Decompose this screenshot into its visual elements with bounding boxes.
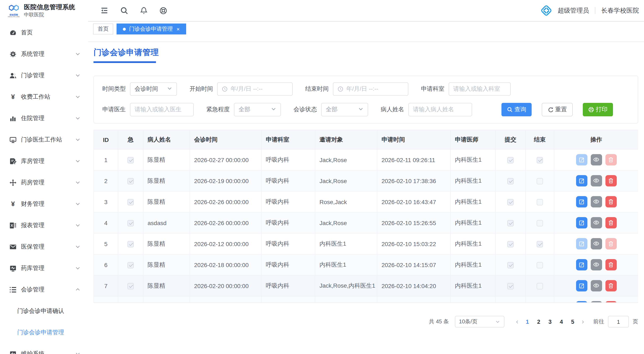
view-button[interactable] [590,238,602,249]
next-page-button[interactable]: › [578,317,588,326]
sidebar-subitem-outpatient-consultation-apply-confirm[interactable]: 门诊会诊申请确认 [0,300,88,322]
ended-checkbox[interactable] [537,262,543,268]
page-number-3[interactable]: 3 [544,318,556,325]
delete-button[interactable] [605,301,616,303]
goto-page-input[interactable]: 1 [608,316,629,327]
ended-checkbox[interactable] [537,199,543,205]
tab-bar: 首页门诊会诊申请管理× [88,22,644,42]
urgent-checkbox[interactable] [128,220,134,226]
prev-page-button[interactable]: ‹ [512,317,522,326]
urgency-select[interactable]: 全部 [234,103,281,116]
delete-button[interactable] [605,259,616,271]
cell-id: 7 [94,275,118,296]
sidebar-item-medical-insurance-management[interactable]: 医保管理 [0,236,88,257]
tab-home[interactable]: 首页 [93,24,113,35]
search-icon[interactable] [120,6,129,15]
view-button[interactable] [590,175,602,187]
edit-button[interactable] [576,280,587,292]
search-button[interactable]: 查询 [502,103,532,116]
page-number-2[interactable]: 2 [533,318,544,325]
start-time-input[interactable]: 年/月/日 --:-- [217,82,293,96]
edit-button[interactable] [576,217,587,229]
delete-button[interactable] [605,217,616,229]
view-button[interactable] [590,196,602,208]
edit-button[interactable] [576,259,587,271]
submitted-checkbox[interactable] [507,199,514,205]
urgent-checkbox[interactable] [128,262,134,268]
sidebar-item-outpatient-management[interactable]: 门诊管理 [0,65,88,86]
print-button[interactable]: 打印 [583,103,613,116]
view-button[interactable] [590,301,602,303]
delete-button[interactable] [605,154,616,166]
page-number-4[interactable]: 4 [556,318,567,325]
apply-doctor-input[interactable]: 请输入或输入医生 [130,103,194,116]
sidebar-item-drug-storage-management[interactable]: 药库管理 [0,257,88,279]
sidebar-item-pharmacy-management[interactable]: 药房管理 [0,172,88,193]
ended-checkbox[interactable] [537,178,543,184]
consult-status-select[interactable]: 全部 [321,103,368,116]
view-button[interactable] [590,259,602,270]
sidebar-item-report-management[interactable]: X报表管理 [0,215,88,236]
edit-button[interactable] [576,196,587,208]
delete-button[interactable] [605,175,616,187]
bell-icon[interactable] [140,6,148,15]
urgent-checkbox[interactable] [128,241,134,247]
cell-id: 6 [94,254,118,275]
hospital-name[interactable]: 长春学校医院 [601,7,639,15]
sidebar-item-storehouse-management[interactable]: 库房管理 [0,150,88,172]
sidebar-item-finance-management[interactable]: ¥财务管理 [0,193,88,215]
time-type-select[interactable]: 会诊时间 [130,82,177,96]
edit-button[interactable] [576,175,587,187]
view-button[interactable] [590,280,602,291]
sidebar-item-outpatient-doctor-workstation[interactable]: 门诊医生工作站 [0,129,88,150]
submitted-checkbox[interactable] [507,283,514,289]
edit-button[interactable] [576,238,587,250]
sidebar-subitem-outpatient-consultation-apply-manage[interactable]: 门诊会诊申请管理 [0,322,88,343]
sidebar-item-maintenance-system[interactable]: 维护系统 [0,343,88,354]
ended-checkbox[interactable] [537,157,543,163]
apply-dept-input[interactable]: 请输入或输入科室 [448,82,511,96]
total-count: 共 45 条 [429,318,449,325]
chevron-down-icon [75,201,80,207]
submitted-checkbox[interactable] [507,241,514,247]
page-size-value: 10条/页 [459,318,477,325]
user-role[interactable]: 超级管理员 [558,7,589,15]
edit-button[interactable] [576,154,587,166]
urgent-checkbox[interactable] [128,199,134,205]
cell-apply-doctor: 内科医生1 [450,275,495,296]
svg-text:X: X [11,223,13,227]
sidebar-item-charging-workstation[interactable]: ¥收费工作站 [0,86,88,107]
cell-submitted [495,254,526,275]
view-button[interactable] [590,217,602,228]
tab-close-icon[interactable]: × [176,26,180,32]
sidebar-item-consultation-management[interactable]: 会诊管理 [0,279,88,300]
submitted-checkbox[interactable] [507,157,514,163]
reset-button[interactable]: 重置 [542,103,573,116]
end-time-input[interactable]: 年/月/日 --:-- [333,82,408,96]
sidebar-item-home[interactable]: 首页 [0,22,88,43]
patient-name-input[interactable]: 请输入病人姓名 [408,103,472,116]
page-number-5[interactable]: 5 [567,318,578,325]
submitted-checkbox[interactable] [507,262,514,268]
submitted-checkbox[interactable] [507,178,514,184]
urgent-checkbox[interactable] [128,178,134,184]
tab-outpatient-consultation-apply-manage[interactable]: 门诊会诊申请管理× [116,24,186,35]
urgent-checkbox[interactable] [128,283,134,289]
submitted-checkbox[interactable] [507,220,514,226]
page-number-1[interactable]: 1 [522,318,533,325]
ended-checkbox[interactable] [537,241,543,247]
ended-checkbox[interactable] [537,283,543,289]
ended-checkbox[interactable] [537,220,543,226]
urgent-checkbox[interactable] [128,157,134,163]
collapse-sidebar-icon[interactable] [100,6,109,15]
view-button[interactable] [590,154,602,165]
edit-button[interactable] [576,301,587,303]
delete-button[interactable] [605,238,616,250]
sidebar-item-system-management[interactable]: 系统管理 [0,43,88,65]
help-ring-icon[interactable] [159,6,168,15]
page-size-select[interactable]: 10条/页 [455,316,504,327]
delete-button[interactable] [605,280,616,292]
sidebar-item-inpatient-management[interactable]: 住院管理 [0,107,88,129]
chevron-down-icon [75,244,80,249]
delete-button[interactable] [605,196,616,208]
